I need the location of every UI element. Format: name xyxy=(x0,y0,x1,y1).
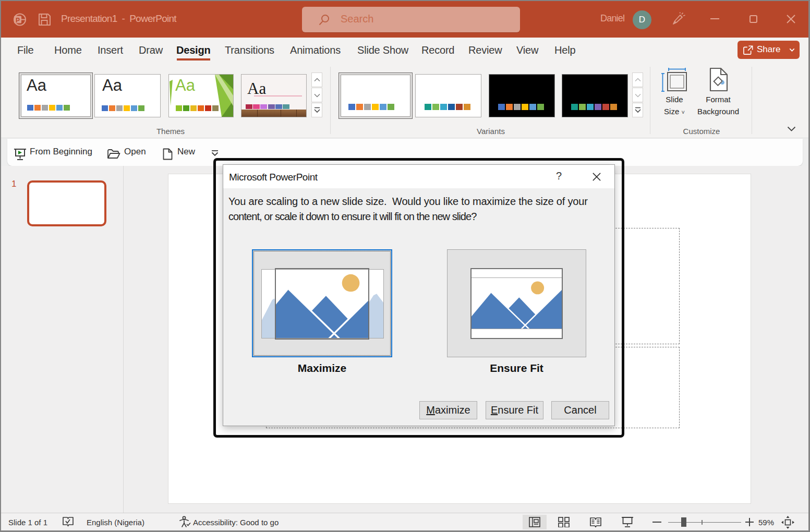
svg-text:P: P xyxy=(16,17,20,24)
